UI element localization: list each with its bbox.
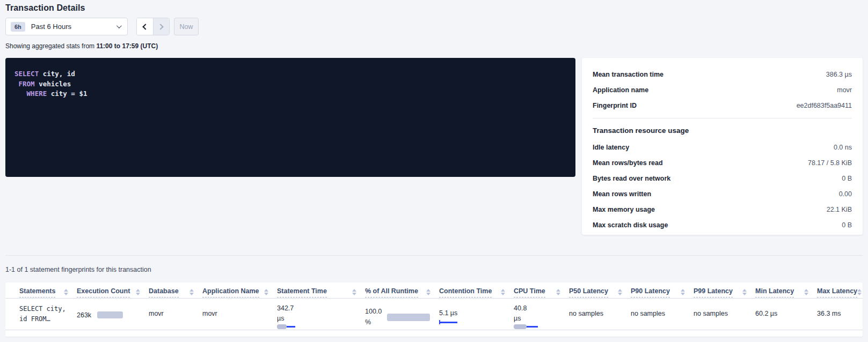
column-header-pct-all-runtime[interactable]: % of All Runtime [365, 287, 439, 298]
sort-icon[interactable] [352, 287, 356, 295]
column-header-cpu-time[interactable]: CPU Time [514, 287, 569, 298]
pct-runtime-bar [387, 314, 430, 321]
cell-application-name: movr [202, 299, 277, 330]
overview-row-fingerprint-id: Fingerprint ID ee2df683f5aa9411 [593, 98, 852, 113]
cell-max-latency: 36.3 ms [817, 299, 863, 330]
next-time-button[interactable] [153, 18, 170, 35]
cell-execution-count: 263k [77, 299, 149, 330]
overview-row-mean-transaction-time: Mean transaction time 386.3 µs [593, 66, 852, 82]
column-header-min-latency[interactable]: Min Latency [755, 287, 817, 298]
aggregated-stats-prefix: Showing aggregated stats from [5, 42, 96, 50]
column-header-database[interactable]: Database [149, 287, 202, 298]
column-header-statement-time[interactable]: Statement Time [277, 287, 365, 298]
statements-table: Statements Execution Count Database Appl… [5, 282, 863, 337]
time-range-label: Past 6 Hours [31, 23, 71, 31]
statement-link[interactable]: SELECT city, id FROM… [19, 299, 77, 330]
sort-icon[interactable] [804, 287, 808, 295]
aggregated-stats-window: 11:00 to 17:59 (UTC) [96, 42, 158, 50]
page-title: Transaction Details [5, 3, 85, 13]
sort-icon[interactable] [189, 287, 194, 295]
sql-statement-box: SELECT city, id FROM vehicles WHERE city… [5, 58, 575, 177]
resource-usage-heading: Transaction resource usage [593, 127, 852, 135]
sql-line-1: SELECT city, id [14, 69, 575, 79]
cell-contention-time: 5.1 µs [439, 299, 514, 330]
cell-min-latency: 60.2 µs [755, 299, 817, 330]
sort-icon[interactable] [742, 287, 747, 295]
column-header-max-latency[interactable]: Max Latency [817, 287, 863, 298]
transaction-overview-card: Mean transaction time 386.3 µs Applicati… [582, 58, 863, 235]
chevron-right-icon [157, 24, 163, 29]
resource-row-idle-latency: Idle latency 0.0 ns [593, 139, 852, 155]
table-header-row: Statements Execution Count Database Appl… [5, 282, 863, 299]
resource-row-bytes-read-over-network: Bytes read over network 0 B [593, 170, 852, 186]
sort-icon[interactable] [681, 287, 685, 295]
time-range-dropdown[interactable]: 6h Past 6 Hours [5, 18, 128, 35]
sort-icon[interactable] [136, 287, 140, 295]
chevron-down-icon [116, 23, 122, 28]
sort-icon[interactable] [556, 287, 560, 295]
column-header-execution-count[interactable]: Execution Count [77, 287, 149, 298]
cell-p90-latency: no samples [631, 299, 694, 330]
sort-icon[interactable] [64, 287, 68, 295]
overview-divider [593, 118, 852, 118]
sort-icon[interactable] [501, 287, 505, 295]
overview-row-application-name: Application name movr [593, 82, 852, 98]
prev-time-button[interactable] [137, 18, 153, 35]
cell-pct-all-runtime: 100.0 % [365, 299, 439, 330]
sql-line-3: WHERE city = $1 [14, 89, 575, 99]
resource-row-mean-rows-bytes-read: Mean rows/bytes read 78.17 / 5.8 KiB [593, 155, 852, 170]
column-header-p99-latency[interactable]: P99 Latency [694, 287, 755, 298]
contention-time-bar [439, 320, 457, 324]
column-header-contention-time[interactable]: Contention Time [439, 287, 514, 298]
table-row: SELECT city, id FROM… 263k movr movr 342… [5, 299, 863, 330]
column-header-statements[interactable]: Statements [19, 287, 77, 298]
sort-icon[interactable] [618, 287, 622, 295]
column-header-p50-latency[interactable]: P50 Latency [569, 287, 631, 298]
cell-p50-latency: no samples [569, 299, 631, 330]
column-header-p90-latency[interactable]: P90 Latency [631, 287, 694, 298]
cell-statement-time: 342.7 µs [277, 299, 365, 330]
time-nav-group [136, 18, 170, 35]
sort-icon[interactable] [426, 287, 431, 295]
now-button[interactable]: Now [174, 18, 199, 35]
resource-row-max-memory-usage: Max memory usage 22.1 KiB [593, 202, 852, 217]
sort-icon[interactable] [264, 287, 268, 295]
cell-cpu-time: 40.8 µs [514, 299, 569, 330]
aggregated-stats-range: Showing aggregated stats from 11:00 to 1… [5, 42, 158, 50]
resource-row-mean-rows-written: Mean rows written 0.00 [593, 186, 852, 202]
cell-database: movr [149, 299, 202, 330]
execution-count-bar [97, 311, 123, 318]
cpu-time-bar [514, 324, 538, 329]
column-header-application-name[interactable]: Application Name [202, 287, 277, 298]
cell-p99-latency: no samples [694, 299, 755, 330]
resource-usage-rows: Idle latency 0.0 ns Mean rows/bytes read… [593, 139, 852, 233]
resource-row-max-scratch-disk-usage: Max scratch disk usage 0 B [593, 217, 852, 233]
time-range-badge: 6h [11, 22, 25, 32]
statement-time-bar [277, 324, 295, 329]
sort-icon[interactable] [857, 287, 862, 295]
sql-line-2: FROM vehicles [14, 79, 575, 90]
section-divider [5, 255, 863, 256]
chevron-left-icon [143, 24, 149, 29]
statements-summary: 1-1 of 1 statement fingerprints for this… [5, 266, 151, 273]
